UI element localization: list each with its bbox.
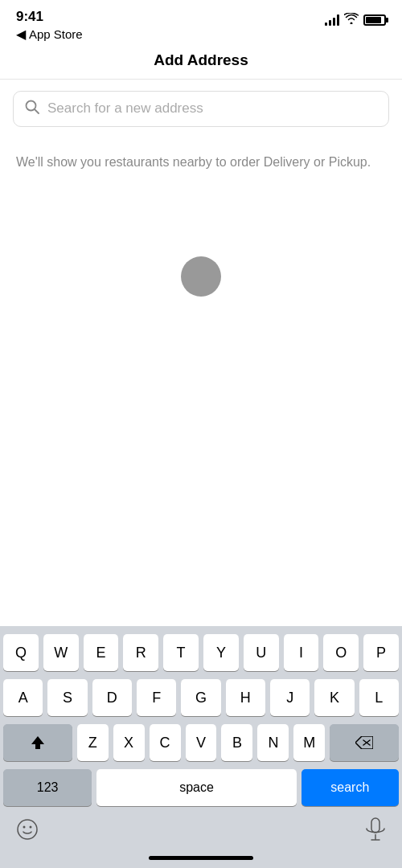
search-icon	[25, 100, 39, 118]
key-Z[interactable]: Z	[77, 724, 109, 761]
svg-point-7	[30, 826, 32, 829]
shift-key[interactable]	[3, 724, 72, 761]
loading-dot	[181, 256, 221, 297]
key-H[interactable]: H	[226, 679, 265, 716]
key-Y[interactable]: Y	[203, 634, 239, 671]
key-M[interactable]: M	[293, 724, 325, 761]
key-L[interactable]: L	[359, 679, 399, 716]
search-key[interactable]: search	[302, 769, 399, 806]
key-O[interactable]: O	[323, 634, 359, 671]
search-input[interactable]	[47, 100, 377, 117]
key-W[interactable]: W	[43, 634, 79, 671]
delete-key[interactable]	[330, 724, 399, 761]
emoji-icon[interactable]	[16, 818, 39, 845]
keyboard-row-3: Z X C V B N M	[3, 724, 399, 761]
key-I[interactable]: I	[284, 634, 319, 671]
loading-area	[0, 172, 402, 381]
keyboard: Q W E R T Y U I O P A S D F G H J K L Z …	[0, 626, 402, 868]
key-S[interactable]: S	[47, 679, 87, 716]
search-bar[interactable]	[13, 91, 389, 127]
key-A[interactable]: A	[3, 679, 43, 716]
key-K[interactable]: K	[314, 679, 354, 716]
keyboard-row-bottom: 123 space search	[3, 769, 399, 806]
key-G[interactable]: G	[181, 679, 220, 716]
keyboard-row-2: A S D F G H J K L	[3, 679, 399, 716]
key-Q[interactable]: Q	[3, 634, 39, 671]
chevron-left-icon: ◀	[16, 27, 26, 42]
keyboard-bottom-bar	[3, 814, 399, 851]
keyboard-row-1: Q W E R T Y U I O P	[3, 634, 399, 671]
key-J[interactable]: J	[270, 679, 310, 716]
page-title: Add Address	[154, 51, 248, 68]
key-T[interactable]: T	[163, 634, 199, 671]
back-button[interactable]: ◀ App Store	[16, 27, 83, 42]
description-text: We'll show you restaurants nearby to ord…	[0, 138, 402, 172]
key-P[interactable]: P	[363, 634, 399, 671]
key-U[interactable]: U	[244, 634, 279, 671]
svg-point-6	[23, 826, 26, 829]
key-V[interactable]: V	[186, 724, 217, 761]
dictation-icon[interactable]	[365, 817, 386, 846]
key-X[interactable]: X	[113, 724, 145, 761]
status-bar: 9:41 ◀ App Store	[0, 0, 402, 45]
num-key[interactable]: 123	[3, 769, 92, 806]
key-D[interactable]: D	[92, 679, 132, 716]
svg-marker-2	[31, 736, 44, 749]
signal-icon	[325, 14, 339, 26]
key-F[interactable]: F	[137, 679, 176, 716]
home-indicator	[149, 856, 253, 860]
key-R[interactable]: R	[123, 634, 158, 671]
space-key[interactable]: space	[96, 769, 296, 806]
status-right	[325, 10, 386, 27]
key-C[interactable]: C	[150, 724, 181, 761]
battery-icon	[363, 14, 386, 26]
svg-rect-8	[371, 818, 379, 833]
status-left: 9:41 ◀ App Store	[16, 10, 83, 42]
status-time: 9:41	[16, 10, 83, 25]
svg-line-1	[35, 109, 39, 113]
svg-point-5	[18, 820, 37, 839]
back-label: App Store	[29, 27, 83, 41]
nav-bar: Add Address	[0, 45, 402, 80]
key-B[interactable]: B	[221, 724, 252, 761]
wifi-icon	[344, 13, 359, 27]
key-E[interactable]: E	[84, 634, 119, 671]
key-N[interactable]: N	[257, 724, 289, 761]
